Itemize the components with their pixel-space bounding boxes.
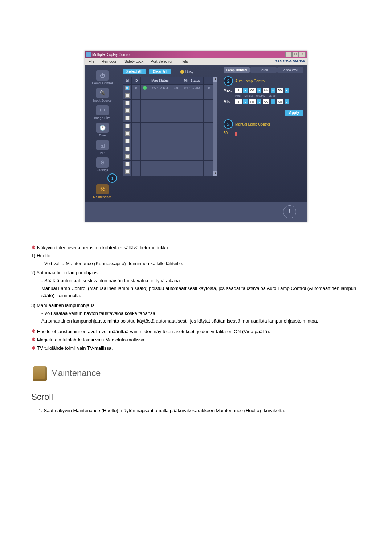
- table-row[interactable]: [123, 107, 213, 115]
- row-max: [149, 123, 171, 130]
- row-v2: [203, 115, 213, 123]
- row-min: [181, 145, 203, 153]
- row-checkbox[interactable]: [125, 101, 130, 105]
- table-row[interactable]: [123, 92, 213, 100]
- row-min: [181, 153, 203, 161]
- sidebar-item-input-source[interactable]: 🔌 Input Source: [85, 88, 120, 102]
- callout-1: 1: [107, 173, 117, 183]
- sidebar-item-settings[interactable]: ⚙ Settings: [85, 157, 120, 172]
- max-value[interactable]: 50: [277, 88, 283, 93]
- min-hour[interactable]: 1: [235, 99, 242, 104]
- list-item-1-body: - Voit valita Maintenance (Kunnossapito)…: [41, 260, 361, 267]
- row-min: [181, 100, 203, 107]
- dropdown-icon[interactable]: ▾: [271, 88, 275, 93]
- star-icon: ✱: [31, 245, 36, 250]
- row-checkbox[interactable]: [125, 162, 130, 166]
- table-row[interactable]: [123, 153, 213, 161]
- sidebar-item-maintenance[interactable]: 🛠 Maintenance: [85, 184, 120, 199]
- row-max: [149, 153, 171, 161]
- table-row[interactable]: [123, 168, 213, 176]
- row-max: [149, 168, 171, 176]
- scroll-up-button[interactable]: ▲: [213, 77, 217, 82]
- row-checkbox[interactable]: [125, 93, 130, 98]
- menu-safety-lock[interactable]: Safety Lock: [121, 59, 147, 63]
- row-checkbox[interactable]: [125, 131, 130, 136]
- row-checkbox[interactable]: [125, 116, 130, 120]
- dropdown-icon[interactable]: ▾: [257, 88, 261, 93]
- row-v2: [203, 107, 213, 115]
- minimize-button[interactable]: _: [285, 52, 292, 57]
- list-item-2-body2: Manual Lamp Control (Manuaalinen lampun …: [41, 285, 361, 299]
- min-ampm[interactable]: AM: [263, 99, 269, 104]
- tab-video-wall[interactable]: Video Wall: [277, 67, 303, 73]
- clear-all-button[interactable]: Clear All: [149, 69, 171, 74]
- slider-thumb[interactable]: [235, 132, 237, 136]
- menu-remocon[interactable]: Remocon: [98, 59, 121, 63]
- select-all-button[interactable]: Select All: [123, 69, 146, 74]
- min-minute[interactable]: 00: [249, 99, 256, 104]
- row-v2: [203, 168, 213, 176]
- max-minute[interactable]: 00: [249, 88, 256, 93]
- tab-scroll[interactable]: Scroll: [250, 67, 277, 73]
- table-row[interactable]: [123, 123, 213, 130]
- sidebar-item-label: Power Control: [92, 81, 113, 85]
- sidebar-item-image-size[interactable]: 🖵 Image Size: [85, 105, 120, 120]
- maximize-button[interactable]: □: [292, 52, 299, 57]
- row-v1: [171, 130, 181, 138]
- max-label: Max.: [224, 89, 234, 93]
- row-id: [132, 92, 140, 100]
- sidebar-item-label: PIP: [100, 151, 105, 155]
- auto-lamp-section: 2 Auto Lamp Control: [224, 76, 303, 86]
- sidebar-item-label: Time: [99, 134, 106, 137]
- max-hour[interactable]: 1: [235, 88, 242, 93]
- row-id: [132, 161, 140, 168]
- row-checkbox[interactable]: [125, 169, 130, 174]
- row-checkbox[interactable]: [125, 86, 130, 90]
- list-item-3-body1: - Voit säätää valitun näytön taustavaloa…: [41, 310, 361, 317]
- table-row[interactable]: 005 : 04 PM6003 : 02 AM80: [123, 85, 213, 92]
- row-checkbox[interactable]: [125, 139, 130, 143]
- row-checkbox[interactable]: [125, 108, 130, 113]
- scroll-down-button[interactable]: ▼: [213, 171, 217, 176]
- sidebar-item-time[interactable]: 🕑 Time: [85, 123, 120, 137]
- sidebar-item-power-control[interactable]: ⏻ Power Control: [85, 70, 120, 85]
- row-v1: [171, 123, 181, 130]
- row-checkbox[interactable]: [125, 124, 130, 128]
- close-button[interactable]: ×: [299, 52, 306, 57]
- row-id: [132, 168, 140, 176]
- table-row[interactable]: [123, 145, 213, 153]
- dropdown-icon[interactable]: ▾: [285, 99, 289, 104]
- row-checkbox[interactable]: [125, 154, 130, 159]
- table-row[interactable]: [123, 161, 213, 168]
- star-icon: ✱: [31, 328, 36, 334]
- table-row[interactable]: [123, 138, 213, 145]
- row-v1: [171, 107, 181, 115]
- table-row[interactable]: [123, 130, 213, 138]
- row-v2: [203, 100, 213, 107]
- apply-button[interactable]: Apply: [285, 110, 303, 116]
- max-ampm[interactable]: AM: [263, 88, 269, 93]
- star-icon: ✱: [31, 337, 36, 342]
- table-header: [203, 77, 213, 85]
- manual-lamp-value: 50: [224, 131, 232, 135]
- table-row[interactable]: [123, 115, 213, 123]
- table-header: [140, 77, 149, 85]
- tab-lamp-control[interactable]: Lamp Control: [224, 67, 250, 73]
- table-row[interactable]: [123, 100, 213, 107]
- dropdown-icon[interactable]: ▾: [271, 99, 275, 104]
- menu-port-selection[interactable]: Port Selection: [147, 59, 177, 63]
- row-checkbox[interactable]: [125, 147, 130, 151]
- sidebar-item-pip[interactable]: ◱ PIP: [85, 140, 120, 155]
- display-table: ☑IDMax StatusMin Status005 : 04 PM6003 :…: [123, 77, 213, 176]
- star-note-1: Huolto-ohjaustoiminnon avulla voi määrit…: [37, 329, 270, 334]
- row-min: [181, 115, 203, 123]
- menu-help[interactable]: Help: [177, 59, 192, 63]
- dropdown-icon[interactable]: ▾: [285, 88, 289, 93]
- scrollbar[interactable]: ▲ ▼: [213, 77, 217, 176]
- dropdown-icon[interactable]: ▾: [243, 99, 248, 104]
- dropdown-icon[interactable]: ▾: [243, 88, 248, 93]
- menu-file[interactable]: File: [85, 59, 98, 63]
- dropdown-icon[interactable]: ▾: [257, 99, 261, 104]
- table-header: [171, 77, 181, 85]
- min-value[interactable]: 50: [277, 99, 283, 104]
